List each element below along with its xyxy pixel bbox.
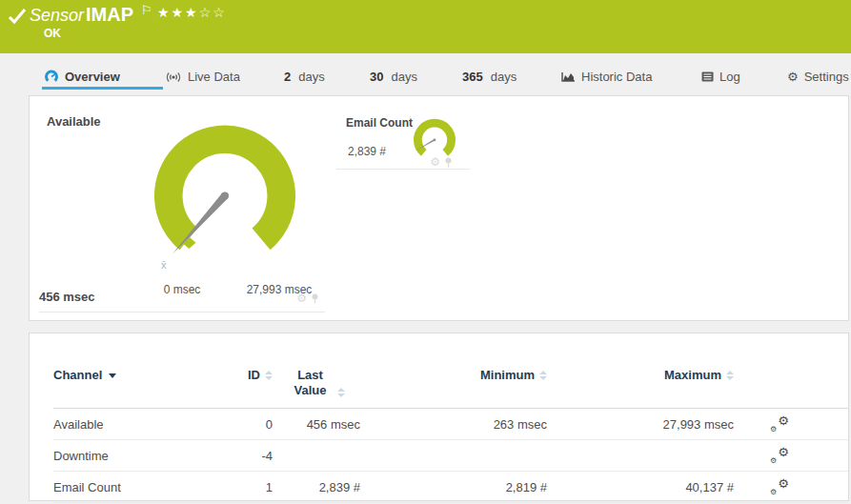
gauge-cell-email-count[interactable]: Email Count 2,839 # ⚙ [336,103,470,170]
overview-gauges-panel: Available x̄ 0 msec 27,993 msec 456 msec… [29,95,849,321]
tab-live-data-label: Live Data [188,70,240,84]
sort-desc-icon [109,373,116,378]
gear-icon[interactable]: ⚙ [430,156,440,168]
sensor-header: Sensor IMAP ⚐ ★★★☆☆ OK [0,0,851,53]
priority-stars[interactable]: ★★★☆☆ [157,5,227,20]
gauge-email-count-actions[interactable]: ⚙ [430,156,453,168]
tab-30-days[interactable]: 30 days [370,70,417,84]
channel-last-value: 2,839 # [273,480,360,494]
gauge-icon [44,70,59,84]
channel-maximum: 40,137 # [547,480,734,494]
tab-30-days-label: days [391,70,416,84]
column-header-id[interactable]: ID [225,368,273,382]
tab-log[interactable]: Log [701,70,740,84]
pin-icon[interactable] [311,293,319,304]
channel-name: Email Count [53,480,225,494]
channel-settings-gears-icon[interactable]: ⚙ ⚙ [770,416,789,433]
channel-table-panel: Channel ID Last Value Minimum Maximum Av… [29,333,849,501]
sort-icon [337,388,345,397]
sensor-name: IMAP [86,4,133,26]
channel-row-downtime[interactable]: Downtime -4 ⚙ ⚙ [53,440,848,472]
channel-maximum: 27,993 msec [547,417,734,432]
channel-row-email-count[interactable]: Email Count 1 2,839 # 2,819 # 40,137 # ⚙… [53,472,848,503]
tab-2-days[interactable]: 2 days [284,70,325,84]
channel-id: -4 [225,449,273,463]
active-tab-underline [42,87,163,90]
tab-2-days-number: 2 [284,70,291,84]
sensor-type-label: Sensor [30,6,84,26]
gear-icon: ⚙ [787,71,799,83]
channel-minimum: 263 msec [360,417,547,432]
average-marker: x̄ [161,259,167,271]
sensor-status-badge: OK [44,27,61,40]
column-header-channel[interactable]: Channel [53,368,225,382]
channel-settings-gears-icon[interactable]: ⚙ ⚙ [770,479,789,495]
tab-live-data[interactable]: Live Data [165,70,240,84]
log-list-icon [701,71,714,82]
tab-365-days-label: days [491,70,517,84]
tab-2-days-label: days [298,70,324,84]
column-header-minimum[interactable]: Minimum [360,368,547,382]
channel-table: Channel ID Last Value Minimum Maximum Av… [30,333,848,503]
channel-id: 1 [225,480,273,494]
channel-id: 0 [225,417,273,432]
channel-table-header: Channel ID Last Value Minimum Maximum [53,333,848,409]
tab-historic-data-label: Historic Data [581,70,652,84]
channel-settings-gears-icon[interactable]: ⚙ ⚙ [770,448,789,464]
channel-minimum: 2,819 # [360,480,547,494]
tab-overview-label: Overview [65,70,120,84]
tab-365-days-number: 365 [462,70,483,84]
tab-historic-data[interactable]: Historic Data [560,70,652,84]
tab-settings[interactable]: ⚙ Settings [787,70,849,84]
pin-icon[interactable] [444,157,453,168]
column-header-maximum[interactable]: Maximum [547,368,734,382]
available-gauge [139,116,311,283]
channel-name: Downtime [53,449,225,463]
tab-log-label: Log [719,70,740,84]
gauge-email-count-value: 2,839 # [348,145,386,158]
gauge-cell-available[interactable]: Available x̄ 0 msec 27,993 msec 456 msec… [39,103,325,312]
sort-icon [539,371,547,380]
channel-last-value: 456 msec [273,417,360,432]
gauge-available-actions[interactable]: ⚙ [296,292,319,304]
column-header-last-value[interactable]: Last Value [273,368,360,399]
sort-icon [265,371,273,380]
channel-row-available[interactable]: Available 0 456 msec 263 msec 27,993 mse… [53,409,848,440]
gauge-scale-min: 0 msec [144,283,220,296]
status-ok-check-icon [8,8,27,25]
priority-flag-icon: ⚐ [141,3,152,17]
tab-bar: Overview Live Data 2 days 30 days 365 da… [0,53,851,95]
gear-icon[interactable]: ⚙ [296,292,307,304]
area-chart-icon [560,71,576,83]
broadcast-icon [165,71,182,83]
tab-365-days[interactable]: 365 days [462,70,517,84]
gauge-available-label: Available [47,114,101,129]
tab-settings-label: Settings [804,70,849,84]
gauge-available-value: 456 msec [39,290,95,304]
tab-overview[interactable]: Overview [44,70,120,84]
tab-30-days-number: 30 [370,70,383,84]
gauge-email-count-label: Email Count [346,116,413,130]
channel-name: Available [53,417,225,432]
sort-icon [726,371,734,380]
